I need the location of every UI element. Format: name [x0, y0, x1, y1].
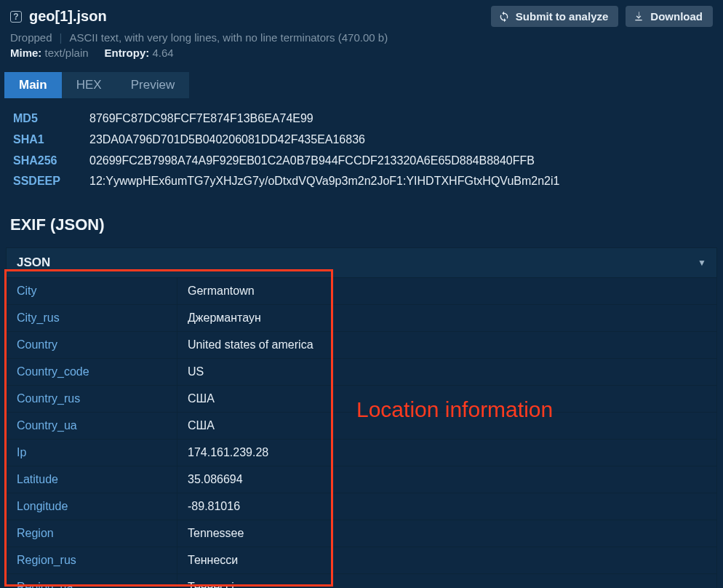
mime-label: Mime:	[10, 47, 41, 59]
json-row: Ip 174.161.239.28	[7, 439, 716, 466]
exif-section-title: EXIF (JSON)	[0, 205, 723, 239]
json-row: Latitude 35.086694	[7, 466, 716, 493]
file-name: geo[1].json	[29, 8, 107, 25]
hash-val: 02699FC2B7998A74A9F929EB01C2A0B7B944FCCD…	[89, 151, 535, 172]
submit-analyze-button[interactable]: Submit to analyze	[491, 6, 619, 27]
hash-key: SSDEEP	[13, 171, 89, 192]
status-tag: Dropped	[10, 31, 52, 44]
tab-hex[interactable]: HEX	[62, 72, 116, 98]
download-icon	[633, 11, 644, 23]
json-val: США	[177, 386, 225, 412]
title-left: ? geo[1].json	[10, 8, 107, 25]
json-header-title: JSON	[17, 255, 50, 270]
download-label: Download	[650, 10, 703, 23]
meta-line-2: Mime: text/plain Entropy: 4.64	[10, 47, 713, 59]
json-row: City_rus Джермантаун	[7, 304, 716, 331]
hash-val: 8769FC87DC98FCF7E874F13B6EA74E99	[89, 108, 313, 130]
hash-key: SHA256	[13, 151, 89, 172]
json-val: United states of america	[177, 332, 324, 358]
title-row: ? geo[1].json Submit to analyze Download	[10, 6, 713, 27]
hash-key: MD5	[13, 108, 89, 130]
tab-main[interactable]: Main	[4, 72, 62, 98]
tabs: Main HEX Preview	[0, 72, 723, 98]
json-val: 35.086694	[177, 466, 253, 493]
json-row: Region Tennessee	[7, 520, 716, 547]
json-key: Country_rus	[7, 386, 177, 412]
json-val: Germantown	[177, 278, 265, 304]
entropy-group: Entropy: 4.64	[105, 47, 174, 59]
json-table: City Germantown City_rus Джермантаун Cou…	[6, 278, 717, 588]
json-val: Теннессі	[177, 574, 244, 588]
submit-analyze-label: Submit to analyze	[516, 10, 609, 23]
file-description: ASCII text, with very long lines, with n…	[69, 31, 388, 44]
unknown-file-icon: ?	[10, 11, 22, 23]
mime-value: text/plain	[45, 47, 89, 59]
hash-row: SSDEEP 12:YywwpHEx6umTG7yXHJzG7y/oDtxdVQ…	[13, 171, 710, 192]
hash-row: MD5 8769FC87DC98FCF7E874F13B6EA74E99	[13, 108, 710, 130]
json-val: US	[177, 359, 214, 385]
json-collapse-header[interactable]: JSON ▼	[6, 247, 717, 278]
mime-group: Mime: text/plain	[10, 47, 89, 59]
json-val: Tennessee	[177, 520, 254, 547]
json-val: -89.81016	[177, 493, 250, 520]
json-key: Region_rus	[7, 547, 177, 573]
json-row: Longitude -89.81016	[7, 493, 716, 520]
json-key: Country_code	[7, 359, 177, 385]
json-row: Country United states of america	[7, 331, 716, 358]
hash-val: 12:YywwpHEx6umTG7yXHJzG7y/oDtxdVQVa9p3m2…	[89, 171, 559, 192]
json-key: Country_ua	[7, 413, 177, 439]
json-row: City Germantown	[7, 278, 716, 304]
header-actions: Submit to analyze Download	[491, 6, 713, 27]
json-row: Country_code US	[7, 358, 716, 385]
tab-preview[interactable]: Preview	[116, 72, 189, 98]
json-val: 174.161.239.28	[177, 440, 279, 466]
hash-row: SHA1 23DA0A796D701D5B040206081DD42F435EA…	[13, 130, 710, 151]
entropy-value: 4.64	[152, 47, 173, 59]
hash-block: MD5 8769FC87DC98FCF7E874F13B6EA74E99 SHA…	[0, 98, 723, 205]
json-key: Longitude	[7, 493, 177, 520]
meta-line-1: Dropped | ASCII text, with very long lin…	[10, 31, 713, 44]
hash-val: 23DA0A796D701D5B040206081DD42F435EA16836	[89, 130, 365, 151]
entropy-label: Entropy:	[105, 47, 150, 59]
json-key: City_rus	[7, 305, 177, 331]
hash-row: SHA256 02699FC2B7998A74A9F929EB01C2A0B7B…	[13, 151, 710, 172]
json-key: Country	[7, 332, 177, 358]
refresh-icon	[498, 11, 510, 23]
json-row: Country_rus США	[7, 385, 716, 412]
json-key: Latitude	[7, 466, 177, 493]
json-val: Джермантаун	[177, 305, 271, 331]
json-val: США	[177, 413, 225, 439]
json-key: Region_ua	[7, 574, 177, 588]
json-key: Region	[7, 520, 177, 547]
meta-separator: |	[60, 31, 63, 44]
hash-key: SHA1	[13, 130, 89, 151]
json-row: Region_rus Теннесси	[7, 547, 716, 573]
json-row: Region_ua Теннессі	[7, 573, 716, 588]
caret-down-icon: ▼	[698, 258, 706, 268]
file-header: ? geo[1].json Submit to analyze Download…	[0, 0, 723, 65]
json-key: City	[7, 278, 177, 304]
json-row: Country_ua США	[7, 412, 716, 439]
download-button[interactable]: Download	[626, 6, 713, 27]
json-key: Ip	[7, 440, 177, 466]
json-val: Теннесси	[177, 547, 248, 573]
